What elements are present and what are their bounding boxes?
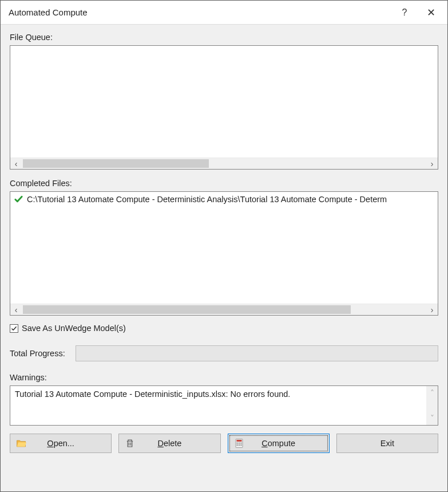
- warnings-vscroll[interactable]: ˄ ˅: [426, 386, 438, 425]
- scroll-left-icon[interactable]: ‹: [10, 304, 22, 315]
- compute-button[interactable]: Compute: [228, 434, 330, 453]
- completed-files-hscroll[interactable]: ‹ ›: [10, 304, 438, 315]
- delete-button[interactable]: Delete: [118, 434, 220, 453]
- completed-files-items: C:\Tutorial 13 Automate Compute - Determ…: [10, 192, 438, 304]
- close-button[interactable]: ✕: [418, 1, 444, 24]
- svg-rect-5: [236, 444, 237, 446]
- svg-rect-2: [236, 443, 237, 444]
- completed-files-list[interactable]: C:\Tutorial 13 Automate Compute - Determ…: [10, 191, 438, 316]
- file-queue-items: [10, 46, 438, 158]
- checkbox-icon: [10, 324, 18, 333]
- svg-rect-4: [240, 443, 241, 444]
- scroll-right-icon[interactable]: ›: [426, 158, 438, 169]
- warnings-text: Tutorial 13 Automate Compute - Determini…: [10, 386, 426, 425]
- list-item[interactable]: C:\Tutorial 13 Automate Compute - Determ…: [13, 193, 435, 204]
- warnings-box: Tutorial 13 Automate Compute - Determini…: [10, 385, 438, 426]
- total-progress-bar: [76, 345, 438, 361]
- titlebar: Automated Compute ? ✕: [1, 1, 447, 25]
- open-button[interactable]: Open...: [10, 434, 112, 453]
- scroll-thumb[interactable]: [23, 305, 351, 314]
- total-progress-row: Total Progress:: [10, 345, 438, 361]
- svg-rect-3: [238, 443, 239, 444]
- scroll-left-icon[interactable]: ‹: [10, 158, 22, 169]
- completed-files-label: Completed Files:: [10, 179, 438, 188]
- scroll-track[interactable]: [22, 158, 426, 169]
- scroll-track[interactable]: [22, 304, 426, 315]
- checkmark-icon: [14, 194, 23, 204]
- folder-icon: [15, 437, 27, 450]
- total-progress-label: Total Progress:: [10, 349, 65, 358]
- close-icon: ✕: [427, 6, 435, 19]
- scroll-down-icon[interactable]: ˅: [430, 414, 434, 423]
- window-title: Automated Compute: [9, 7, 391, 17]
- trash-icon: [124, 437, 136, 450]
- button-row: Open... Delete: [10, 434, 438, 453]
- warnings-label: Warnings:: [10, 373, 438, 382]
- compute-button-label: Compute: [261, 439, 295, 448]
- exit-button-label: Exit: [380, 439, 394, 448]
- file-queue-hscroll[interactable]: ‹ ›: [10, 158, 438, 169]
- help-icon: ?: [402, 7, 407, 18]
- dialog-window: Automated Compute ? ✕ File Queue: ‹ › Co…: [0, 0, 448, 492]
- client-area: File Queue: ‹ › Completed Files: C:\Tuto…: [1, 25, 447, 491]
- svg-rect-1: [236, 440, 241, 442]
- file-queue-label: File Queue:: [10, 33, 438, 42]
- scroll-up-icon[interactable]: ˄: [430, 388, 434, 397]
- delete-button-label: Delete: [157, 439, 181, 448]
- file-queue-list[interactable]: ‹ ›: [10, 45, 438, 170]
- exit-button[interactable]: Exit: [336, 434, 438, 453]
- svg-rect-6: [238, 444, 239, 446]
- svg-rect-7: [240, 444, 241, 446]
- calculator-icon: [233, 437, 245, 450]
- save-as-unwedge-label: Save As UnWedge Model(s): [22, 324, 126, 333]
- open-button-label: Open...: [47, 439, 74, 448]
- scroll-thumb[interactable]: [23, 159, 209, 168]
- scroll-right-icon[interactable]: ›: [426, 304, 438, 315]
- completed-file-path: C:\Tutorial 13 Automate Compute - Determ…: [27, 195, 387, 204]
- save-as-unwedge-checkbox[interactable]: Save As UnWedge Model(s): [10, 324, 438, 333]
- help-button[interactable]: ?: [391, 1, 418, 24]
